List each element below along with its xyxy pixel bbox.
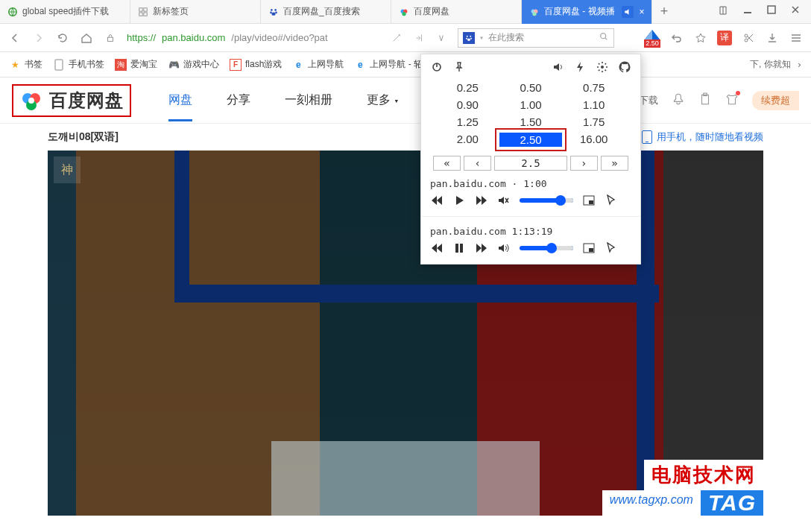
speed-option[interactable]: 0.75 <box>562 81 625 94</box>
volume-slider[interactable] <box>520 246 573 250</box>
tab-baidu-pan-video[interactable]: 百度网盘 - 视频播 × <box>522 0 652 24</box>
svg-rect-37 <box>589 200 593 204</box>
volume-icon[interactable] <box>551 60 564 74</box>
bookmark-mobile[interactable]: 手机书签 <box>53 58 104 71</box>
bookmark-flash[interactable]: Fflash游戏 <box>230 58 282 71</box>
home-icon[interactable] <box>79 31 94 45</box>
github-icon[interactable] <box>618 60 631 74</box>
pause-icon[interactable] <box>452 241 466 255</box>
bookmark-star[interactable]: ★书签 <box>9 58 42 71</box>
cursor-icon[interactable] <box>605 194 618 207</box>
scissors-icon[interactable] <box>741 31 756 45</box>
step-forward-fast[interactable]: » <box>601 156 628 171</box>
tab-label: 百度网盘 - 视频播 <box>544 5 615 18</box>
chevron-right-icon: › <box>797 60 802 70</box>
step-back-fast[interactable]: « <box>433 156 461 171</box>
forward-icon[interactable] <box>31 31 46 45</box>
clipboard-icon[interactable] <box>698 92 712 108</box>
gs-media-1: pan.baidu.com · 1:00 <box>421 172 640 209</box>
maximize-icon[interactable] <box>766 4 777 19</box>
download-icon[interactable] <box>765 31 780 45</box>
svg-point-5 <box>271 9 273 11</box>
pan-logo[interactable]: 百度网盘 <box>12 84 131 117</box>
svg-rect-39 <box>460 244 463 253</box>
rewind-icon[interactable] <box>430 194 444 207</box>
play-icon[interactable] <box>452 194 466 207</box>
speed-option[interactable]: 1.75 <box>562 115 625 128</box>
search-engine-dropdown-icon[interactable]: ▾ <box>479 34 484 42</box>
rewind-icon[interactable] <box>430 241 444 255</box>
nav-album[interactable]: 一刻相册 <box>285 92 332 108</box>
bookmark-nav1[interactable]: e上网导航 <box>292 58 344 71</box>
speed-option-selected[interactable]: 2.50 <box>499 133 563 147</box>
wand-icon[interactable] <box>389 31 404 45</box>
pip-icon[interactable] <box>582 241 596 255</box>
pip-icon[interactable] <box>582 194 596 207</box>
speed-option[interactable]: 2.00 <box>436 133 499 147</box>
bookmark-taobao[interactable]: 淘爱淘宝 <box>115 58 157 71</box>
back-icon[interactable] <box>7 31 22 45</box>
nav-share[interactable]: 分享 <box>227 92 250 108</box>
power-icon[interactable] <box>430 60 444 74</box>
speed-option[interactable]: 1.00 <box>499 98 563 111</box>
bolt-icon[interactable] <box>573 60 587 74</box>
translate-extension-icon[interactable]: 译 <box>717 31 732 45</box>
tab-close-icon[interactable]: × <box>637 7 647 17</box>
share-icon[interactable] <box>411 31 426 45</box>
favorite-icon[interactable] <box>693 31 708 45</box>
bookmark-nav2[interactable]: e上网导航 - 轺 <box>354 58 423 71</box>
reload-icon[interactable] <box>55 31 70 45</box>
tab-label: global speed插件下载 <box>22 5 109 18</box>
tab-audio-icon[interactable] <box>622 6 634 18</box>
tshirt-icon[interactable] <box>725 92 739 108</box>
gear-icon[interactable] <box>596 60 609 74</box>
speed-option[interactable]: 1.10 <box>562 98 625 111</box>
bookmark-game[interactable]: 🎮游戏中心 <box>168 58 219 71</box>
url-input[interactable]: https://pan.baidu.com/play/video#/video?… <box>127 28 380 48</box>
tab-new[interactable]: 新标签页 <box>130 0 261 24</box>
step-back[interactable]: ‹ <box>464 156 491 171</box>
speed-option[interactable]: 0.50 <box>499 81 563 94</box>
search-engine-icon[interactable] <box>463 32 475 44</box>
volume-icon[interactable] <box>497 241 511 255</box>
step-value[interactable]: 2.5 <box>494 156 567 171</box>
step-forward[interactable]: › <box>570 156 598 171</box>
search-icon[interactable] <box>599 31 609 44</box>
watch-on-mobile-link[interactable]: 用手机，随时随地看视频 <box>642 130 763 144</box>
bell-icon[interactable] <box>672 92 685 108</box>
wardrobe-icon[interactable] <box>717 4 729 19</box>
menu-icon[interactable] <box>789 31 804 45</box>
url-dropdown-icon[interactable]: ∨ <box>434 31 449 45</box>
minimize-icon[interactable] <box>742 4 753 19</box>
pin-icon[interactable] <box>452 60 466 74</box>
undo-icon[interactable] <box>669 31 684 45</box>
svg-rect-2 <box>144 7 147 10</box>
speed-option[interactable]: 1.50 <box>499 115 563 128</box>
cursor-icon[interactable] <box>605 241 618 255</box>
global-speed-extension-icon[interactable]: 2.50 <box>644 30 660 46</box>
grid-icon <box>138 7 148 17</box>
svg-point-25 <box>745 34 748 37</box>
video-player[interactable]: 神 电脑技术网 www.tagxp.com TAG <box>48 151 763 516</box>
tab-global-speed[interactable]: global speed插件下载 <box>0 0 130 24</box>
speed-option[interactable]: 0.25 <box>436 81 499 94</box>
pan-header: 百度网盘 网盘 分享 一刻相册 更多 ▾ 端下载 续费超 <box>0 77 811 124</box>
speed-option[interactable]: 1.25 <box>436 115 499 128</box>
speed-option[interactable]: 16.00 <box>562 133 625 147</box>
volume-slider[interactable] <box>520 198 573 203</box>
video-frame <box>174 285 659 303</box>
bookmark-overflow[interactable]: 下, 你就知› <box>750 58 802 71</box>
vip-renew-button[interactable]: 续费超 <box>752 91 799 110</box>
search-input[interactable]: ▾ 在此搜索 <box>458 28 614 48</box>
mute-icon[interactable] <box>497 194 511 207</box>
fast-forward-icon[interactable] <box>475 241 488 255</box>
nav-disk[interactable]: 网盘 <box>168 92 192 108</box>
nav-more[interactable]: 更多 ▾ <box>367 92 399 108</box>
close-window-icon[interactable] <box>790 4 801 19</box>
fast-forward-icon[interactable] <box>475 194 488 207</box>
speed-option[interactable]: 0.90 <box>436 98 499 111</box>
lock-icon[interactable] <box>103 31 118 45</box>
tab-baidu-pan[interactable]: 百度网盘 <box>391 0 522 24</box>
tab-baidu-search[interactable]: 百度网盘_百度搜索 <box>261 0 391 24</box>
new-tab-button[interactable]: + <box>652 4 676 19</box>
